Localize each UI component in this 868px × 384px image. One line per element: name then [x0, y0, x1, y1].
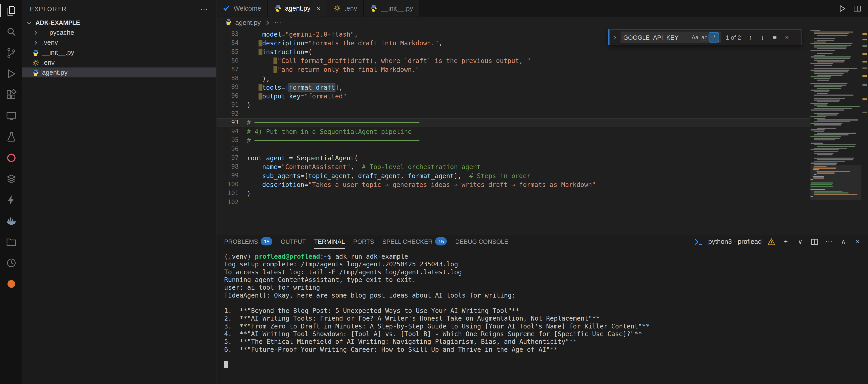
terminal-session-label[interactable]: python3 - proflead	[708, 238, 762, 245]
activity-remote-explorer[interactable]	[0, 105, 22, 126]
line-number[interactable]: 99	[217, 171, 239, 180]
activity-testing[interactable]	[0, 126, 22, 147]
split-editor-icon[interactable]	[853, 4, 862, 12]
match-case-icon[interactable]: Aa	[690, 33, 700, 42]
line-number[interactable]: 101	[217, 189, 239, 198]
breadcrumb[interactable]: agent.py ⋯	[217, 16, 868, 29]
activity-extensions[interactable]	[0, 84, 22, 105]
breadcrumb-file[interactable]: agent.py	[235, 19, 261, 26]
code-line[interactable]: 88 ),	[217, 74, 811, 83]
close-tab-icon[interactable]: ×	[316, 5, 321, 12]
code-line[interactable]: 86 "Call format_draft(draft), where `dra…	[217, 57, 811, 65]
chevron-right-icon	[32, 39, 39, 46]
minimap[interactable]	[810, 29, 861, 234]
code-line[interactable]: 85 instruction=(	[217, 48, 811, 57]
close-find-icon[interactable]: ×	[782, 32, 792, 42]
activity-gitlens[interactable]	[0, 147, 22, 168]
tab-welcome[interactable]: Welcome	[217, 0, 268, 16]
line-number[interactable]: 84	[217, 39, 239, 47]
code-line[interactable]: 99 sub_agents=[topic_agent, draft_agent,…	[217, 171, 811, 180]
panel-tab-problems[interactable]: PROBLEMS15	[224, 234, 272, 249]
code-line[interactable]: 97root_agent = SequentialAgent(	[217, 154, 811, 163]
tree-item-venv[interactable]: .venv	[22, 38, 216, 48]
code-line[interactable]: 101)	[217, 189, 811, 198]
line-number[interactable]: 83	[217, 30, 239, 39]
find-query[interactable]: GOOGLE_API_KEY	[623, 34, 690, 41]
terminal[interactable]: (.venv) proflead@proflead:~$ adk run adk…	[217, 249, 868, 384]
line-number[interactable]: 96	[217, 145, 239, 154]
previous-match-icon[interactable]: ↑	[745, 32, 755, 42]
maximize-panel-icon[interactable]: ∧	[839, 237, 848, 246]
tab-init-py[interactable]: __init__.py	[364, 0, 420, 16]
code-line[interactable]: 91)	[217, 101, 811, 109]
line-number[interactable]: 92	[217, 109, 239, 118]
code-line[interactable]: 100 description="Takes a user topic → ge…	[217, 180, 811, 189]
split-terminal-icon[interactable]	[810, 237, 819, 246]
close-panel-icon[interactable]: ×	[853, 237, 863, 246]
find-expand-icon[interactable]	[612, 34, 618, 41]
line-number[interactable]: 98	[217, 163, 239, 171]
panel-tab-output[interactable]: OUTPUT	[281, 234, 306, 249]
tree-item-env[interactable]: .env	[22, 58, 216, 68]
tree-item-adk-example[interactable]: ADK-EXAMPLE	[22, 18, 216, 28]
line-number[interactable]: 89	[217, 83, 239, 92]
code-line[interactable]: 92	[217, 109, 811, 118]
activity-run-debug[interactable]	[0, 63, 22, 84]
terminal-line	[224, 299, 868, 307]
line-number[interactable]: 95	[217, 136, 239, 145]
line-number[interactable]: 88	[217, 74, 239, 83]
tree-item-agent-py[interactable]: agent.py	[22, 68, 216, 77]
activity-thunder-client[interactable]	[0, 189, 22, 210]
code-line[interactable]: 96	[217, 145, 811, 154]
activity-timeline[interactable]	[0, 252, 22, 273]
new-terminal-icon[interactable]: +	[781, 237, 791, 246]
tab-agent-py[interactable]: agent.py×	[268, 0, 328, 16]
indent-highlight	[258, 84, 262, 91]
code-line[interactable]: 98 name="ContentAssistant", # Top-level …	[217, 163, 811, 171]
code-line[interactable]: 95# ────────────────────────────────────…	[217, 136, 811, 145]
launch-profile-dropdown-icon[interactable]: ∨	[796, 237, 805, 246]
panel-tab-spell-checker[interactable]: SPELL CHECKER15	[382, 234, 447, 249]
explorer-icon	[5, 5, 17, 16]
code-line[interactable]: 93# ────────────────────────────────────…	[217, 118, 811, 127]
line-number[interactable]: 85	[217, 48, 239, 57]
code-editor[interactable]: 83 model="gemini-2.0-flash",84 descripti…	[217, 29, 811, 234]
code-line[interactable]: 90 output_key="formatted"	[217, 92, 811, 101]
line-number[interactable]: 87	[217, 65, 239, 74]
find-input[interactable]: GOOGLE_API_KEY Aa ab .*	[620, 32, 721, 43]
whole-word-icon[interactable]: ab	[700, 33, 709, 42]
find-in-selection-icon[interactable]: ≡	[770, 32, 780, 42]
tab-env[interactable]: .env	[327, 0, 364, 16]
more-actions-icon[interactable]: ⋯	[825, 237, 834, 246]
line-number[interactable]: 91	[217, 101, 239, 109]
activity-layers[interactable]	[0, 168, 22, 189]
line-number[interactable]: 102	[217, 198, 239, 207]
regex-icon[interactable]: .*	[709, 33, 719, 42]
line-number[interactable]: 100	[217, 180, 239, 189]
activity-jupyter[interactable]	[0, 273, 22, 294]
activity-source-control[interactable]	[0, 42, 22, 63]
activity-search[interactable]	[0, 21, 22, 42]
next-match-icon[interactable]: ↓	[758, 32, 768, 42]
code-line[interactable]: 94# 4) Put them in a SequentialAgent pip…	[217, 127, 811, 136]
more-actions-icon[interactable]: ⋯	[200, 5, 208, 13]
line-number[interactable]: 86	[217, 57, 239, 65]
panel-tab-terminal[interactable]: TERMINAL	[314, 234, 345, 249]
line-number[interactable]: 97	[217, 154, 239, 163]
line-number[interactable]: 93	[217, 118, 239, 127]
tree-item-init-py[interactable]: __init__.py	[22, 48, 216, 58]
activity-project-folder[interactable]	[0, 231, 22, 252]
code-line[interactable]: 87 "and return only the final Markdown."	[217, 65, 811, 74]
python-icon	[32, 69, 39, 76]
line-number[interactable]: 94	[217, 127, 239, 136]
activity-explorer[interactable]	[0, 0, 22, 21]
tree-item-pycache[interactable]: __pycache__	[22, 28, 216, 37]
line-number[interactable]: 90	[217, 92, 239, 101]
code-line[interactable]: 102	[217, 198, 811, 207]
panel-tab-debug-console[interactable]: DEBUG CONSOLE	[455, 234, 508, 249]
code-line[interactable]: 89 tools=[format_draft],	[217, 83, 811, 92]
run-python-file-icon[interactable]	[838, 4, 846, 12]
activity-docker[interactable]	[0, 210, 22, 231]
breadcrumb-more[interactable]: ⋯	[275, 19, 281, 26]
panel-tab-ports[interactable]: PORTS	[353, 234, 374, 249]
